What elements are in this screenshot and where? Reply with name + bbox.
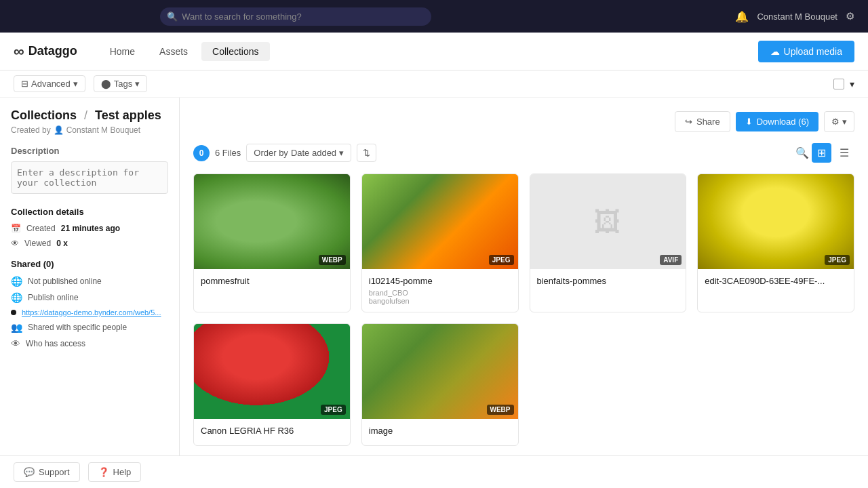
top-right-area: 🔔 Constant M Bouquet ⚙ bbox=[735, 10, 854, 23]
download-button[interactable]: ⬇ Download (6) bbox=[736, 112, 818, 131]
card-thumbnail: JPEG bbox=[698, 174, 854, 269]
filter-icon: ⊟ bbox=[21, 79, 28, 89]
share-button[interactable]: ↪ Share bbox=[675, 111, 730, 132]
list-view-button[interactable]: ☰ bbox=[834, 143, 854, 163]
viewed-label: Viewed bbox=[24, 239, 51, 248]
shared-link-item[interactable]: https://dataggo-demo.bynder.com/web/5... bbox=[11, 308, 168, 317]
card-body: image bbox=[362, 419, 518, 445]
created-by-label: Created by bbox=[11, 125, 51, 135]
publish-online-label: Publish online bbox=[28, 293, 79, 302]
nav-link-collections[interactable]: Collections bbox=[201, 42, 269, 61]
description-input[interactable] bbox=[11, 161, 168, 194]
chevron-down-icon-toolbar[interactable]: ▾ bbox=[850, 79, 854, 89]
nav-links: Home Assets Collections bbox=[99, 42, 270, 61]
file-format-badge: WEBP bbox=[487, 405, 514, 415]
publish-icon: 🌐 bbox=[11, 292, 22, 303]
chevron-down-icon: ▾ bbox=[73, 79, 78, 89]
card-title: bienfaits-pommes bbox=[537, 276, 679, 286]
support-button[interactable]: 💬 Support bbox=[14, 462, 80, 482]
file-format-badge: JPEG bbox=[489, 255, 514, 265]
nav-link-assets[interactable]: Assets bbox=[149, 42, 199, 61]
nav-link-home[interactable]: Home bbox=[99, 42, 146, 61]
logo: ∞ Dataggo bbox=[14, 43, 77, 60]
created-by-line: Created by 👤 Constant M Bouquet bbox=[11, 125, 168, 135]
tags-button[interactable]: ⬤ Tags ▾ bbox=[94, 75, 147, 92]
card-body: i102145-pomme brand_CBO bangolufsen bbox=[362, 269, 518, 312]
sidebar: Collections / Test apples Created by 👤 C… bbox=[0, 98, 180, 455]
description-heading: Description bbox=[11, 146, 168, 156]
not-published-item[interactable]: 🌐 Not published online bbox=[11, 276, 168, 287]
card-thumbnail: WEBP bbox=[194, 174, 350, 269]
toolbar: ⊟ Advanced ▾ ⬤ Tags ▾ ▾ bbox=[0, 70, 868, 98]
file-format-badge: WEBP bbox=[319, 255, 346, 265]
content-area: Collections / Test apples Created by 👤 C… bbox=[0, 98, 868, 455]
order-by-label: Order by bbox=[254, 148, 288, 158]
bell-icon[interactable]: 🔔 bbox=[735, 10, 749, 23]
card-title: edit-3CAE090D-63EE-49FE-... bbox=[705, 276, 847, 286]
logo-text: Dataggo bbox=[28, 44, 77, 58]
card-body: pommesfruit bbox=[194, 269, 350, 296]
shared-people-item[interactable]: 👥 Shared with specific people bbox=[11, 322, 168, 333]
card-title: i102145-pomme bbox=[369, 276, 511, 286]
card-thumbnail: WEBP bbox=[362, 324, 518, 419]
card-meta: brand_CBO bangolufsen bbox=[369, 289, 511, 305]
order-by-button[interactable]: Order by Date added ▾ bbox=[246, 144, 351, 162]
card-thumbnail: JPEG bbox=[362, 174, 518, 269]
file-card[interactable]: JPEG edit-3CAE090D-63EE-49FE-... bbox=[697, 174, 854, 312]
upload-media-button[interactable]: ☁ Upload media bbox=[758, 41, 854, 62]
card-body: Canon LEGRIA HF R36 bbox=[194, 419, 350, 445]
top-bar: 🔍 🔔 Constant M Bouquet ⚙ bbox=[0, 0, 868, 33]
sort-order-button[interactable]: ⇅ bbox=[357, 144, 376, 162]
file-card[interactable]: WEBP image bbox=[361, 323, 519, 446]
creator-name: Constant M Bouquet bbox=[66, 125, 140, 135]
placeholder-icon: 🖼 bbox=[594, 207, 621, 237]
breadcrumb-current: Test apples bbox=[95, 108, 161, 122]
card-title: pommesfruit bbox=[201, 276, 343, 286]
advanced-button[interactable]: ⊟ Advanced ▾ bbox=[14, 75, 85, 92]
created-value: 21 minutes ago bbox=[61, 224, 120, 233]
file-format-badge: AVIF bbox=[660, 255, 682, 265]
file-card[interactable]: JPEG i102145-pomme brand_CBO bangolufsen bbox=[361, 174, 519, 312]
help-button[interactable]: ❓ Help bbox=[88, 462, 142, 482]
user-name: Constant M Bouquet bbox=[757, 12, 837, 22]
card-thumbnail: JPEG bbox=[194, 324, 350, 419]
files-count-label: 6 Files bbox=[215, 148, 241, 158]
gear-icon[interactable]: ⚙ bbox=[846, 10, 854, 22]
file-card[interactable]: 🖼AVIF bienfaits-pommes bbox=[530, 174, 687, 312]
main-header: ↪ Share ⬇ Download (6) ⚙ ▾ bbox=[193, 111, 854, 132]
chevron-down-order: ▾ bbox=[339, 148, 344, 158]
file-format-badge: JPEG bbox=[825, 255, 850, 265]
collection-settings-button[interactable]: ⚙ ▾ bbox=[824, 111, 854, 132]
shared-people-label: Shared with specific people bbox=[28, 323, 127, 332]
collection-details-heading: Collection details bbox=[11, 207, 168, 217]
card-thumbnail: 🖼AVIF bbox=[530, 174, 686, 269]
search-icon: 🔍 bbox=[167, 12, 178, 22]
order-value: Date added bbox=[291, 148, 336, 158]
view-toggle: 🔍 ⊞ ☰ bbox=[795, 143, 854, 163]
share-icon: ↪ bbox=[685, 117, 692, 127]
search-icon-files[interactable]: 🔍 bbox=[795, 146, 809, 159]
search-input[interactable] bbox=[160, 7, 431, 26]
card-meta2: bangolufsen bbox=[369, 297, 511, 305]
checkbox-icon[interactable] bbox=[833, 79, 844, 89]
group-icon: 👥 bbox=[11, 322, 22, 333]
description-section: Description bbox=[11, 146, 168, 196]
file-format-badge: JPEG bbox=[321, 405, 346, 415]
grid-view-button[interactable]: ⊞ bbox=[812, 143, 831, 163]
globe-icon: 🌐 bbox=[11, 276, 22, 287]
shared-url[interactable]: https://dataggo-demo.bynder.com/web/5... bbox=[22, 308, 161, 317]
calendar-icon: 📅 bbox=[11, 224, 21, 233]
dot-icon bbox=[11, 310, 16, 315]
files-toolbar: 0 6 Files Order by Date added ▾ ⇅ 🔍 ⊞ ☰ bbox=[193, 143, 854, 163]
card-title: image bbox=[369, 426, 511, 436]
file-card[interactable]: WEBP pommesfruit bbox=[193, 174, 351, 312]
search-bar: 🔍 bbox=[160, 7, 431, 26]
card-body: edit-3CAE090D-63EE-49FE-... bbox=[698, 269, 854, 296]
breadcrumb-root: Collections bbox=[11, 108, 77, 122]
file-card[interactable]: JPEG Canon LEGRIA HF R36 bbox=[193, 323, 351, 446]
selected-count-badge: 0 bbox=[193, 145, 210, 161]
toolbar-right: ▾ bbox=[833, 79, 854, 89]
not-published-label: Not published online bbox=[28, 277, 102, 286]
who-access-item[interactable]: 👁 Who has access bbox=[11, 338, 168, 349]
publish-online-item[interactable]: 🌐 Publish online bbox=[11, 292, 168, 303]
